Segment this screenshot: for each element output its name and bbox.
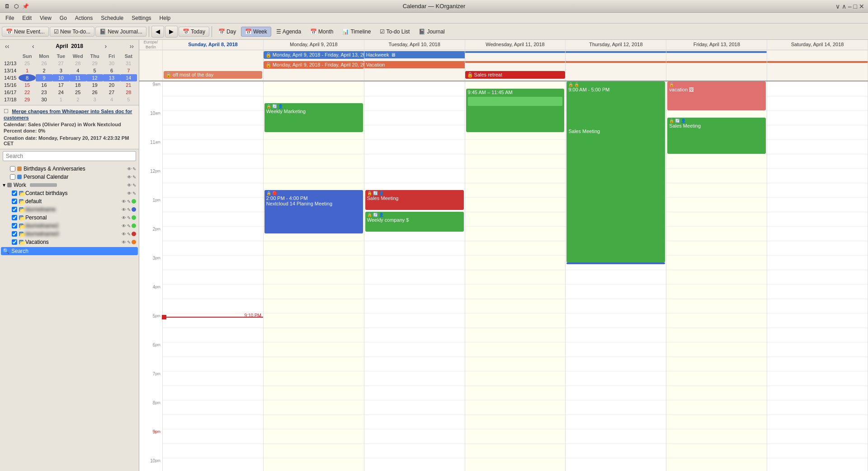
- day-col-tue[interactable]: 🔒 🔄 👤 Sales Meeting 🔒 🔄 👤 We: [364, 81, 465, 471]
- mini-cal-day[interactable]: 9: [36, 74, 52, 81]
- mini-cal-day[interactable]: 4: [103, 96, 120, 103]
- day-header-mon[interactable]: Monday, April 9, 2018: [264, 40, 364, 50]
- mini-cal-day[interactable]: 5: [120, 96, 137, 103]
- edit-icon[interactable]: ✎: [127, 240, 131, 245]
- menu-actions[interactable]: Actions: [71, 14, 96, 22]
- restore-icon[interactable]: ⬡: [13, 3, 20, 10]
- mini-cal-day[interactable]: 11: [70, 74, 86, 81]
- day-col-wed[interactable]: 9:45 AM – 11:45 AM: [465, 81, 566, 471]
- timeline-view-button[interactable]: 📊 Timeline: [338, 27, 375, 37]
- scroll-area[interactable]: 7am 8am 9am 10am 11am 12pm 1pm 2pm: [139, 81, 868, 471]
- mini-cal-day[interactable]: 31: [120, 60, 137, 67]
- mini-cal-day[interactable]: 6: [103, 67, 120, 74]
- mini-cal-day[interactable]: 8: [19, 74, 35, 81]
- off-day-event[interactable]: 🔒 off most of the day: [164, 71, 262, 79]
- sales-meeting-thu-event[interactable]: 🔒 🔒 9:00 AM - 5:00 PM Sales Meeting: [566, 81, 665, 262]
- close-button[interactable]: ✕: [859, 3, 864, 10]
- mini-cal-day[interactable]: 28: [120, 89, 137, 96]
- new-todo-button[interactable]: ☑ New To-do...: [50, 27, 94, 37]
- day-header-sat[interactable]: Saturday, April 14, 2018: [767, 40, 868, 50]
- calendar-item-personal[interactable]: 📁 Personal 👁 ✎: [1, 214, 138, 222]
- calendar-item-search-active[interactable]: 🔍 Search: [1, 247, 138, 255]
- task-title[interactable]: Merge changes from Whitepaper into Sales…: [4, 109, 132, 120]
- mini-cal-day[interactable]: 16: [36, 81, 52, 89]
- sales-retreat-event[interactable]: 🔒 Sales retreat: [465, 71, 566, 79]
- pin-icon[interactable]: 📌: [22, 3, 29, 10]
- mini-cal-day[interactable]: 29: [19, 96, 35, 103]
- eye-icon[interactable]: 👁: [122, 232, 126, 237]
- weekly-company-event[interactable]: 🔒 🔄 👤 Weekly company $: [365, 212, 464, 232]
- menu-file[interactable]: File: [2, 14, 18, 22]
- weekly-marketing-event[interactable]: 🔒 🔄 👤 Weekly Marketing: [264, 103, 363, 132]
- mini-cal-day[interactable]: 25: [70, 89, 86, 96]
- day-header-fri[interactable]: Friday, April 13, 2018: [666, 40, 767, 50]
- maximize-button[interactable]: □: [854, 3, 857, 10]
- day-col-fri[interactable]: 🔒 vacation 🖼 🔒 🔄 👤 Sales Meeting: [666, 81, 767, 471]
- calendar-item-contact-birthdays[interactable]: 📁 Contact birthdays 👁 ✎: [1, 189, 138, 197]
- mini-cal-day[interactable]: 24: [52, 89, 69, 96]
- mini-cal-day[interactable]: 30: [103, 60, 120, 67]
- mini-cal-day[interactable]: 7: [120, 67, 137, 74]
- mini-cal-day[interactable]: 13: [103, 74, 120, 81]
- edit-icon[interactable]: ✎: [127, 199, 131, 204]
- mini-cal-day[interactable]: 20: [103, 81, 120, 89]
- mini-cal-day[interactable]: 26: [86, 89, 103, 96]
- nextcloud-meeting-event[interactable]: 🔒 🔴 2:00 PM - 4:00 PM Nextcloud 14 Plani…: [264, 190, 363, 233]
- forward-button[interactable]: ▶: [165, 26, 178, 38]
- sales-meeting-tue-event[interactable]: 🔒 🔄 👤 Sales Meeting: [365, 190, 464, 210]
- menu-schedule[interactable]: Schedule: [97, 14, 127, 22]
- next-month-step-button[interactable]: ›: [103, 43, 108, 50]
- mini-cal-day[interactable]: 3: [86, 96, 103, 103]
- calendar-item-blurred2[interactable]: 📁 blurredname2 👁 ✎: [1, 222, 138, 230]
- edit-icon[interactable]: ✎: [132, 175, 136, 180]
- mini-cal-day[interactable]: 15: [19, 81, 35, 89]
- mini-cal-day[interactable]: 18: [70, 81, 86, 89]
- vacations-checkbox[interactable]: [12, 239, 17, 245]
- mini-cal-day[interactable]: 3: [52, 67, 69, 74]
- calendar-item-blurred3[interactable]: 📁 blurredname3 👁 ✎: [1, 230, 138, 238]
- mini-cal-day[interactable]: 22: [19, 89, 35, 96]
- birthdays-checkbox[interactable]: [10, 166, 15, 171]
- personal-checkbox[interactable]: [12, 215, 17, 220]
- new-event-button[interactable]: 📅 New Event...: [2, 27, 49, 37]
- mini-cal-day[interactable]: 30: [36, 96, 52, 103]
- mini-cal-day[interactable]: 23: [36, 89, 52, 96]
- eye-icon[interactable]: 👁: [122, 224, 126, 228]
- mini-cal-day[interactable]: 12: [86, 74, 103, 81]
- calendar-item-default[interactable]: 📁 default 👁 ✎: [1, 197, 138, 205]
- eye-icon[interactable]: 👁: [127, 175, 132, 180]
- week-view-button[interactable]: 📅 Week: [241, 27, 271, 37]
- mini-cal-day[interactable]: 17: [52, 81, 69, 89]
- calendar-group-work[interactable]: ▾ Work 👁 ✎: [1, 181, 138, 189]
- mini-cal-day[interactable]: 1: [52, 96, 69, 103]
- chevron-up-icon[interactable]: ∧: [842, 3, 846, 10]
- day-col-thu[interactable]: 🔒 🔒 9:00 AM - 5:00 PM Sales Meeting: [566, 81, 666, 471]
- blurred1-checkbox[interactable]: [12, 207, 17, 212]
- calendar-item-birthdays[interactable]: Birthdays & Anniversaries 👁 ✎: [1, 165, 138, 173]
- contact-birthdays-checkbox[interactable]: [12, 190, 17, 196]
- mini-cal-day[interactable]: 2: [36, 67, 52, 74]
- minimize-button[interactable]: –: [848, 3, 852, 10]
- eye-icon[interactable]: 👁: [127, 191, 132, 196]
- edit-icon[interactable]: ✎: [132, 191, 136, 196]
- mini-cal-day[interactable]: 2: [70, 96, 86, 103]
- mini-cal-day[interactable]: 1: [19, 67, 35, 74]
- month-view-button[interactable]: 📅 Month: [306, 27, 337, 37]
- mini-cal-day[interactable]: 4: [70, 67, 86, 74]
- menu-edit[interactable]: Edit: [19, 14, 35, 22]
- mini-cal-day[interactable]: 26: [36, 60, 52, 67]
- mini-cal-day[interactable]: 10: [52, 74, 69, 81]
- prev-month-button[interactable]: ‹‹: [4, 43, 10, 50]
- sales-meeting-fri-event[interactable]: 🔒 🔄 👤 Sales Meeting: [667, 118, 766, 154]
- edit-icon[interactable]: ✎: [127, 207, 131, 212]
- todo-list-view-button[interactable]: ☑ To-do List: [376, 27, 414, 37]
- eye-icon[interactable]: 👁: [127, 183, 132, 188]
- menu-settings[interactable]: Settings: [128, 14, 155, 22]
- mini-cal-day[interactable]: 27: [103, 89, 120, 96]
- edit-icon[interactable]: ✎: [127, 232, 131, 237]
- mini-cal-day[interactable]: 29: [86, 60, 103, 67]
- day-col-mon[interactable]: 🔒 🔄 👤 Weekly Marketing 🔒 🔴 2:00 PM - 4:0…: [264, 81, 364, 471]
- eye-icon[interactable]: 👁: [122, 215, 126, 220]
- menu-go[interactable]: Go: [56, 14, 71, 22]
- mini-cal-day[interactable]: 19: [86, 81, 103, 89]
